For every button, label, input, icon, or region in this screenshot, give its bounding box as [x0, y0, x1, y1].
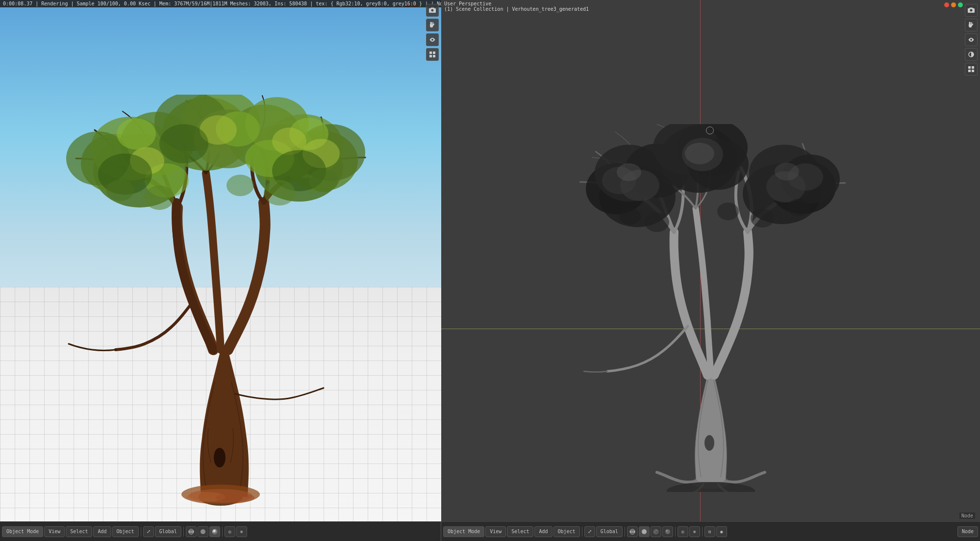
solid-btn[interactable] — [198, 526, 208, 537]
cursor-indicator — [706, 127, 714, 134]
overlay-btn-r[interactable]: ◎ — [678, 526, 688, 537]
svg-point-71 — [201, 529, 205, 534]
separator-r1 — [582, 527, 582, 537]
snap-btn[interactable]: ⊡ — [704, 526, 715, 537]
svg-point-19 — [117, 118, 156, 150]
material-btn-r[interactable] — [651, 526, 661, 537]
statusbar: Object Mode View Select Add Object ⤢ Glo… — [0, 521, 980, 541]
svg-point-38 — [216, 493, 255, 503]
svg-point-34 — [309, 169, 338, 192]
overlay-btn[interactable]: ◎ — [225, 526, 235, 537]
svg-point-33 — [106, 180, 134, 201]
rendered-btn[interactable] — [209, 526, 220, 537]
svg-point-59 — [685, 143, 714, 164]
right-viewport-bg: Node — [441, 0, 980, 521]
svg-point-79 — [666, 530, 668, 532]
move-icon-left[interactable]: ⤢ — [143, 526, 154, 537]
camera-icon-btn[interactable] — [426, 4, 439, 17]
gizmo-btn-r[interactable]: ⊕ — [689, 526, 700, 537]
svg-point-40 — [704, 435, 714, 451]
dot-green-r — [958, 2, 963, 7]
object-mode-btn-left[interactable]: Object Mode — [2, 526, 43, 537]
svg-point-30 — [145, 185, 174, 210]
gizmo-btn[interactable]: ⊕ — [236, 526, 247, 537]
svg-point-77 — [653, 529, 658, 534]
tree-viewport-right — [576, 124, 846, 492]
render-canvas — [0, 0, 441, 521]
separator-3 — [222, 527, 223, 537]
select-btn-right[interactable]: Select — [507, 526, 533, 537]
svg-point-76 — [642, 529, 647, 534]
solid-btn-r[interactable] — [639, 526, 650, 537]
svg-point-60 — [775, 163, 799, 180]
camera-icon-btn-r[interactable] — [965, 4, 978, 17]
dot-orange-r — [951, 2, 956, 7]
transform-icons-left[interactable]: ⤢ — [143, 526, 154, 537]
shading-icons-right[interactable] — [627, 526, 673, 537]
wireframe-btn-r[interactable] — [627, 526, 638, 537]
view-btn-right[interactable]: View — [485, 526, 506, 537]
viewport-left[interactable]: 0:00:08.37 | Rendering | Sample 100/100,… — [0, 0, 441, 521]
svg-point-28 — [159, 124, 208, 163]
render-stats: 0:00:08.37 | Rendering | Sample 100/100,… — [3, 1, 441, 6]
status-dots-right — [944, 2, 963, 7]
svg-point-31 — [226, 175, 254, 196]
add-btn-left[interactable]: Add — [93, 526, 111, 537]
svg-point-58 — [617, 163, 641, 181]
main-area: 0:00:08.37 | Rendering | Sample 100/100,… — [0, 0, 980, 521]
statusbar-right[interactable]: Object Mode View Select Add Object ⤢ Glo… — [441, 522, 980, 541]
global-btn-right[interactable]: Global — [596, 526, 623, 537]
separator-r4 — [702, 527, 703, 537]
svg-point-66 — [667, 482, 755, 492]
separator-r3 — [675, 527, 676, 537]
wireframe-btn[interactable] — [186, 526, 197, 537]
viewport-header-right: User Perspective (1) Scene Collection | … — [441, 0, 980, 13]
hand-icon-btn-r[interactable] — [965, 19, 978, 31]
statusbar-left[interactable]: Object Mode View Select Add Object ⤢ Glo… — [0, 522, 441, 541]
viewport-mode-label: User Perspective — [444, 1, 491, 6]
svg-point-61 — [645, 212, 669, 232]
left-viewport-toolbar[interactable] — [426, 4, 439, 61]
viewport-header-left: 0:00:08.37 | Rendering | Sample 100/100,… — [0, 0, 441, 7]
object-mode-btn-right[interactable]: Object Mode — [443, 526, 484, 537]
svg-point-64 — [619, 208, 641, 225]
eye-icon-btn[interactable] — [426, 33, 439, 46]
separator-2 — [183, 527, 184, 537]
node-label: Node — [959, 513, 975, 519]
shading-icon-btn[interactable] — [965, 48, 978, 61]
proportional-btn[interactable]: ◉ — [716, 526, 727, 537]
transform-icons-right[interactable]: ⤢ — [584, 526, 595, 537]
global-btn-left[interactable]: Global — [155, 526, 181, 537]
move-icon-right[interactable]: ⤢ — [584, 526, 595, 537]
svg-point-78 — [665, 529, 670, 534]
rendered-btn-r[interactable] — [662, 526, 673, 537]
separator-1 — [141, 527, 141, 537]
svg-point-1 — [214, 448, 226, 467]
view-btn-left[interactable]: View — [44, 526, 65, 537]
svg-point-65 — [787, 199, 811, 216]
viewport-right[interactable]: Node User Perspective (1) Scene Collecti… — [441, 0, 980, 521]
svg-point-32 — [264, 180, 295, 206]
grid-icon-btn[interactable] — [426, 48, 439, 61]
svg-point-72 — [212, 529, 217, 534]
object-btn-right[interactable]: Object — [553, 526, 580, 537]
eye-icon-btn-r[interactable] — [965, 33, 978, 46]
object-btn-left[interactable]: Object — [112, 526, 139, 537]
separator-r2 — [625, 527, 625, 537]
select-btn-left[interactable]: Select — [66, 526, 92, 537]
svg-point-62 — [717, 203, 739, 220]
dot-red-r — [944, 2, 949, 7]
grid-icon-btn-r[interactable] — [965, 63, 978, 76]
svg-point-63 — [751, 209, 774, 228]
shading-icons-left[interactable] — [186, 526, 220, 537]
tree-render-left — [49, 95, 392, 512]
right-viewport-toolbar[interactable] — [965, 4, 978, 76]
hand-icon-btn[interactable] — [426, 19, 439, 31]
add-btn-right[interactable]: Add — [534, 526, 552, 537]
scene-collection-label: (1) Scene Collection | Verhouten_tree3_g… — [444, 6, 589, 12]
node-label-btn[interactable]: Node — [957, 526, 978, 537]
